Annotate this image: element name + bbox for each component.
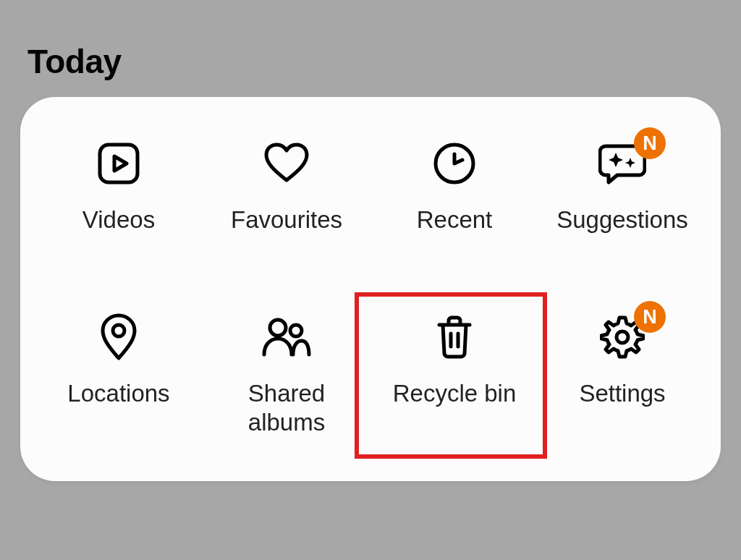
page-root: Today Videos Favour [0, 0, 741, 560]
new-badge: N [634, 127, 666, 159]
menu-item-label: Videos [82, 205, 155, 234]
menu-item-recycle-bin[interactable]: Recycle bin [370, 304, 538, 438]
svg-point-3 [270, 320, 286, 336]
section-title: Today [27, 42, 741, 81]
sparkle-chat-icon: N [596, 137, 648, 190]
menu-card: Videos Favourites Rec [20, 97, 721, 481]
svg-point-5 [617, 331, 628, 343]
menu-item-label: Locations [67, 379, 169, 408]
menu-item-settings[interactable]: N Settings [538, 304, 706, 438]
svg-point-2 [113, 325, 124, 336]
heart-icon [261, 137, 313, 190]
trash-icon [428, 311, 480, 363]
menu-item-label: Suggestions [556, 205, 688, 234]
svg-point-4 [290, 325, 302, 336]
menu-item-label: Settings [579, 379, 665, 408]
menu-item-label: Shared albums [248, 379, 325, 438]
menu-item-label: Recycle bin [393, 379, 517, 408]
gear-icon: N [596, 311, 648, 363]
menu-item-shared-albums[interactable]: Shared albums [203, 304, 370, 438]
new-badge: N [634, 301, 666, 333]
menu-item-locations[interactable]: Locations [35, 304, 203, 438]
play-square-icon [93, 137, 145, 190]
svg-rect-0 [100, 145, 137, 182]
menu-item-label: Recent [417, 205, 493, 234]
menu-item-label: Favourites [231, 205, 342, 234]
menu-item-recent[interactable]: Recent [370, 130, 538, 253]
menu-item-suggestions[interactable]: N Suggestions [538, 130, 706, 253]
pin-icon [93, 311, 145, 363]
people-icon [261, 311, 313, 363]
clock-icon [428, 137, 480, 190]
menu-item-favourites[interactable]: Favourites [203, 130, 370, 253]
menu-item-videos[interactable]: Videos [35, 130, 203, 253]
menu-grid: Videos Favourites Rec [35, 130, 706, 438]
